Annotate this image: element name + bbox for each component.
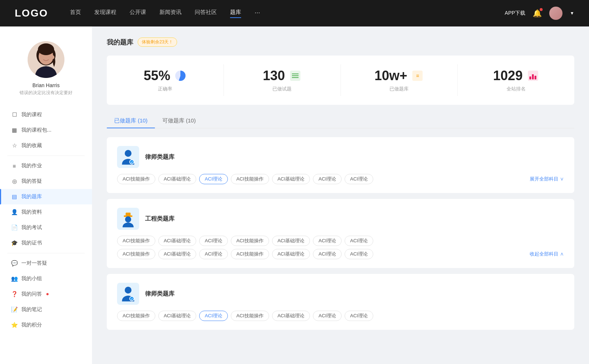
tag-lawyer2-3[interactable]: ACI理论: [199, 311, 228, 321]
tag-eng1-2[interactable]: ACI基础理论: [158, 236, 197, 246]
tag-lawyer1-6[interactable]: ACI理论: [313, 174, 342, 184]
tag-eng2-6[interactable]: ACI理论: [313, 249, 342, 259]
tag-lawyer1-3[interactable]: ACI理论: [199, 174, 228, 184]
sidebar-item-course-packages[interactable]: ▦ 我的课程包...: [0, 122, 92, 138]
myqa-dot: [46, 293, 49, 295]
stat-done-value: 130: [263, 68, 285, 83]
qbank-card-engineer1: 工程类题库 ACI技能操作 ACI基础理论 ACI理论 ACI技能操作 ACI基…: [107, 199, 574, 268]
tag-lawyer1-4[interactable]: ACI技能操作: [231, 174, 269, 184]
sidebar-item-qa[interactable]: ◎ 我的答疑: [0, 174, 92, 189]
sidebar-item-notes[interactable]: 📝 我的笔记: [0, 302, 92, 317]
sidebar-profile: Brian Harris 错误的决定比没有决定要好: [0, 26, 92, 103]
list-chart-icon: [290, 71, 300, 81]
courses-icon: ☐: [11, 111, 18, 118]
tag-eng1-6[interactable]: ACI理论: [313, 236, 342, 246]
qbank-header-lawyer1: ✓ 律师类题库: [117, 146, 564, 168]
qbank-header-engineer1: 工程类题库: [117, 208, 564, 230]
nav-home[interactable]: 首页: [70, 9, 81, 18]
sidebar-item-group[interactable]: 👥 我的小组: [0, 271, 92, 286]
user-avatar[interactable]: [549, 7, 562, 20]
tags-row-engineer1-row2: ACI技能操作 ACI基础理论 ACI理论 ACI技能操作 ACI基础理论 AC…: [117, 249, 564, 259]
sidebar-menu: ☐ 我的课程 ▦ 我的课程包... ☆ 我的收藏 ≡ 我的作业 ◎ 我的答疑 ▤: [0, 107, 92, 333]
tag-lawyer2-4[interactable]: ACI技能操作: [231, 311, 269, 321]
navbar: LOGO 首页 发现课程 公开课 新闻资讯 问答社区 题库 ··· APP下载 …: [0, 0, 589, 26]
expand-lawyer1[interactable]: 展开全部科目 ∨: [530, 176, 564, 182]
sidebar-item-points[interactable]: ⭐ 我的积分: [0, 317, 92, 333]
tag-lawyer1-1[interactable]: ACI技能操作: [117, 174, 155, 184]
tab-done[interactable]: 已做题库 (10): [107, 114, 155, 128]
nav-questionbank[interactable]: 题库: [230, 9, 241, 18]
stat-accuracy-label: 正确率: [158, 86, 172, 92]
notification-dot: [540, 8, 543, 11]
qbank-tabs: 已做题库 (10) 可做题库 (10): [107, 114, 574, 128]
tag-eng1-4[interactable]: ACI技能操作: [231, 236, 269, 246]
stat-rank: 1029 全站排名: [458, 64, 574, 96]
tag-eng2-2[interactable]: ACI基础理论: [158, 249, 197, 259]
nav-news[interactable]: 新闻资讯: [159, 9, 181, 18]
sidebar-label-qa: 我的答疑: [21, 178, 42, 185]
stats-card: 55% 正确率 130: [107, 56, 574, 105]
tag-lawyer2-7[interactable]: ACI理论: [345, 311, 373, 321]
collapse-engineer1[interactable]: 收起全部科目 ∧: [530, 251, 564, 257]
nav-courses[interactable]: 发现课程: [94, 9, 116, 18]
nav-opencourse[interactable]: 公开课: [130, 9, 146, 18]
profile-icon: 👤: [11, 209, 18, 215]
nav-right: APP下载 🔔 ▼: [505, 7, 574, 20]
tag-eng2-4[interactable]: ACI技能操作: [231, 249, 269, 259]
sidebar-item-questionbank[interactable]: ▤ 我的题库: [0, 189, 92, 204]
tag-lawyer2-6[interactable]: ACI理论: [313, 311, 342, 321]
qbank-card-lawyer1: ✓ 律师类题库 ACI技能操作 ACI基础理论 ACI理论 ACI技能操作 AC…: [107, 137, 574, 193]
bar-2: [532, 74, 534, 79]
tag-lawyer2-5[interactable]: ACI基础理论: [272, 311, 310, 321]
app-download-link[interactable]: APP下载: [505, 10, 525, 17]
engineer-svg: [119, 210, 137, 228]
tag-lawyer1-7[interactable]: ACI理论: [345, 174, 373, 184]
account-dropdown-chevron[interactable]: ▼: [570, 11, 574, 16]
tab-available[interactable]: 可做题库 (10): [155, 114, 203, 128]
homework-icon: ≡: [11, 163, 18, 169]
svg-point-10: [125, 216, 131, 222]
accuracy-icon: [174, 70, 186, 82]
sidebar-item-homework[interactable]: ≡ 我的作业: [0, 158, 92, 174]
sidebar-item-myqa[interactable]: ❓ 我的问答: [0, 286, 92, 302]
svg-point-5: [125, 150, 131, 157]
sidebar-label-profile: 我的资料: [21, 209, 42, 215]
tags-row-lawyer1: ACI技能操作 ACI基础理论 ACI理论 ACI技能操作 ACI基础理论 AC…: [117, 174, 564, 184]
sidebar-item-my-courses[interactable]: ☐ 我的课程: [0, 107, 92, 122]
nav-more[interactable]: ···: [254, 9, 260, 18]
tag-lawyer2-2[interactable]: ACI基础理论: [158, 311, 197, 321]
sidebar-label-exam: 我的考试: [21, 224, 42, 231]
stat-rank-value: 1029: [493, 68, 523, 83]
sidebar: Brian Harris 错误的决定比没有决定要好 ☐ 我的课程 ▦ 我的课程包…: [0, 26, 92, 364]
packages-icon: ▦: [11, 127, 18, 133]
sidebar-item-certificate[interactable]: 🎓 我的证书: [0, 235, 92, 251]
tag-eng2-7[interactable]: ACI理论: [345, 249, 373, 259]
sidebar-label-certificate: 我的证书: [21, 240, 42, 246]
tag-eng2-5[interactable]: ACI基础理论: [272, 249, 310, 259]
tag-lawyer2-1[interactable]: ACI技能操作: [117, 311, 155, 321]
tag-eng1-5[interactable]: ACI基础理论: [272, 236, 310, 246]
tag-lawyer1-5[interactable]: ACI基础理论: [272, 174, 310, 184]
main-layout: Brian Harris 错误的决定比没有决定要好 ☐ 我的课程 ▦ 我的课程包…: [0, 26, 589, 364]
sidebar-item-exam[interactable]: 📄 我的考试: [0, 220, 92, 235]
sidebar-item-profile[interactable]: 👤 我的资料: [0, 204, 92, 220]
nav-qa[interactable]: 问答社区: [195, 9, 217, 18]
tag-eng1-1[interactable]: ACI技能操作: [117, 236, 155, 246]
tag-eng2-3[interactable]: ACI理论: [199, 249, 228, 259]
sidebar-label-homework: 我的作业: [21, 163, 42, 169]
sidebar-item-private-qa[interactable]: 💬 一对一答疑: [0, 256, 92, 271]
stat-done-row: 130: [263, 68, 301, 83]
tag-eng1-7[interactable]: ACI理论: [345, 236, 373, 246]
tag-lawyer1-2[interactable]: ACI基础理论: [158, 174, 197, 184]
tags-row-engineer1-row1: ACI技能操作 ACI基础理论 ACI理论 ACI技能操作 ACI基础理论 AC…: [117, 236, 564, 246]
tag-eng1-3[interactable]: ACI理论: [199, 236, 228, 246]
stat-accuracy: 55% 正确率: [107, 64, 224, 96]
sidebar-label-notes: 我的笔记: [21, 306, 42, 313]
qbank-icon-lawyer2: ✓: [117, 283, 139, 305]
sidebar-divider-2: [7, 253, 85, 253]
sidebar-item-favorites[interactable]: ☆ 我的收藏: [0, 138, 92, 153]
notification-bell[interactable]: 🔔: [533, 9, 542, 18]
main-content: 我的题库 体验剩余23天！ 55% 正确率 130: [92, 26, 589, 364]
stat-banks-row: 10w+ ≡: [374, 68, 423, 83]
tag-eng2-1[interactable]: ACI技能操作: [117, 249, 155, 259]
